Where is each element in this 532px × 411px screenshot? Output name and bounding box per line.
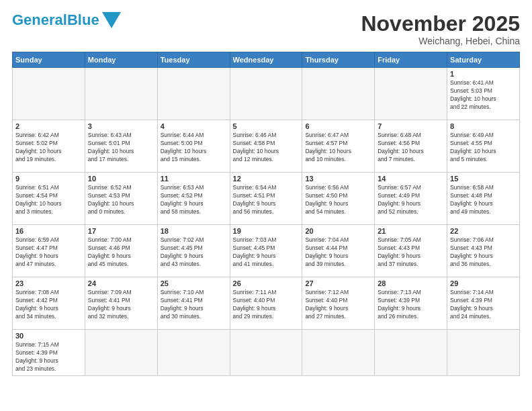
svg-marker-0 (102, 12, 121, 28)
weekday-tuesday: Tuesday (157, 52, 230, 68)
weekday-header-row: SundayMondayTuesdayWednesdayThursdayFrid… (13, 52, 520, 68)
day-cell: 15Sunrise: 6:58 AMSunset: 4:48 PMDayligh… (447, 173, 520, 225)
day-number: 14 (378, 175, 444, 183)
day-info: Sunrise: 7:12 AMSunset: 4:40 PMDaylight:… (305, 289, 371, 321)
location: Weichang, Hebei, China (361, 36, 520, 46)
day-cell (157, 68, 230, 120)
day-info: Sunrise: 6:57 AMSunset: 4:49 PMDaylight:… (378, 184, 444, 216)
day-cell (13, 68, 85, 120)
day-number: 2 (15, 122, 82, 130)
day-cell: 29Sunrise: 7:14 AMSunset: 4:39 PMDayligh… (447, 277, 520, 330)
day-cell (302, 330, 375, 376)
day-info: Sunrise: 6:54 AMSunset: 4:51 PMDaylight:… (233, 184, 300, 216)
weekday-sunday: Sunday (13, 52, 85, 68)
day-number: 16 (15, 227, 82, 235)
day-cell (230, 68, 302, 120)
day-info: Sunrise: 7:06 AMSunset: 4:43 PMDaylight:… (450, 236, 517, 269)
day-info: Sunrise: 6:53 AMSunset: 4:52 PMDaylight:… (161, 184, 227, 216)
day-number: 26 (233, 279, 300, 287)
day-cell: 28Sunrise: 7:13 AMSunset: 4:39 PMDayligh… (375, 277, 447, 330)
day-number: 28 (378, 279, 444, 287)
weekday-saturday: Saturday (447, 52, 520, 68)
day-info: Sunrise: 6:43 AMSunset: 5:01 PMDaylight:… (88, 132, 154, 164)
day-cell: 10Sunrise: 6:52 AMSunset: 4:53 PMDayligh… (85, 173, 157, 225)
day-number: 9 (15, 175, 82, 183)
day-cell: 3Sunrise: 6:43 AMSunset: 5:01 PMDaylight… (85, 120, 157, 173)
day-cell (230, 330, 302, 376)
day-cell: 7Sunrise: 6:48 AMSunset: 4:56 PMDaylight… (375, 120, 447, 173)
month-year: November 2025 (361, 12, 520, 36)
day-number: 18 (161, 227, 227, 235)
day-info: Sunrise: 6:47 AMSunset: 4:57 PMDaylight:… (305, 132, 371, 164)
day-number: 21 (378, 227, 444, 235)
day-info: Sunrise: 6:41 AMSunset: 5:03 PMDaylight:… (450, 79, 517, 111)
day-number: 29 (450, 279, 517, 287)
day-cell: 8Sunrise: 6:49 AMSunset: 4:55 PMDaylight… (447, 120, 520, 173)
day-info: Sunrise: 7:08 AMSunset: 4:42 PMDaylight:… (15, 289, 82, 321)
week-row-6: 30Sunrise: 7:15 AMSunset: 4:39 PMDayligh… (13, 330, 520, 376)
day-number: 27 (305, 279, 371, 287)
day-info: Sunrise: 7:02 AMSunset: 4:45 PMDaylight:… (161, 236, 227, 269)
logo: GeneralBlue (12, 12, 121, 28)
day-cell: 6Sunrise: 6:47 AMSunset: 4:57 PMDaylight… (302, 120, 375, 173)
day-cell: 14Sunrise: 6:57 AMSunset: 4:49 PMDayligh… (375, 173, 447, 225)
day-info: Sunrise: 6:49 AMSunset: 4:55 PMDaylight:… (450, 132, 517, 164)
day-number: 23 (15, 279, 82, 287)
day-number: 1 (450, 70, 517, 78)
day-cell: 27Sunrise: 7:12 AMSunset: 4:40 PMDayligh… (302, 277, 375, 330)
day-cell: 22Sunrise: 7:06 AMSunset: 4:43 PMDayligh… (447, 225, 520, 277)
day-cell: 18Sunrise: 7:02 AMSunset: 4:45 PMDayligh… (157, 225, 230, 277)
day-number: 3 (88, 122, 154, 130)
day-info: Sunrise: 6:59 AMSunset: 4:47 PMDaylight:… (15, 236, 82, 269)
day-cell: 1Sunrise: 6:41 AMSunset: 5:03 PMDaylight… (447, 68, 520, 120)
day-info: Sunrise: 7:13 AMSunset: 4:39 PMDaylight:… (378, 289, 444, 321)
calendar-table: SundayMondayTuesdayWednesdayThursdayFrid… (12, 52, 520, 376)
weekday-friday: Friday (375, 52, 447, 68)
week-row-3: 9Sunrise: 6:51 AMSunset: 4:54 PMDaylight… (13, 173, 520, 225)
week-row-5: 23Sunrise: 7:08 AMSunset: 4:42 PMDayligh… (13, 277, 520, 330)
day-number: 11 (161, 175, 227, 183)
day-cell: 24Sunrise: 7:09 AMSunset: 4:41 PMDayligh… (85, 277, 157, 330)
day-number: 24 (88, 279, 154, 287)
week-row-4: 16Sunrise: 6:59 AMSunset: 4:47 PMDayligh… (13, 225, 520, 277)
day-info: Sunrise: 7:09 AMSunset: 4:41 PMDaylight:… (88, 289, 154, 321)
logo-icon (102, 12, 121, 28)
day-cell: 11Sunrise: 6:53 AMSunset: 4:52 PMDayligh… (157, 173, 230, 225)
day-info: Sunrise: 7:04 AMSunset: 4:44 PMDaylight:… (305, 236, 371, 269)
day-number: 20 (305, 227, 371, 235)
day-info: Sunrise: 7:03 AMSunset: 4:45 PMDaylight:… (233, 236, 300, 269)
header: GeneralBlue November 2025 Weichang, Hebe… (12, 12, 520, 46)
day-info: Sunrise: 7:05 AMSunset: 4:43 PMDaylight:… (378, 236, 444, 269)
day-cell (375, 68, 447, 120)
day-cell: 16Sunrise: 6:59 AMSunset: 4:47 PMDayligh… (13, 225, 85, 277)
day-cell: 23Sunrise: 7:08 AMSunset: 4:42 PMDayligh… (13, 277, 85, 330)
day-cell: 30Sunrise: 7:15 AMSunset: 4:39 PMDayligh… (13, 330, 85, 376)
day-number: 8 (450, 122, 517, 130)
day-info: Sunrise: 6:56 AMSunset: 4:50 PMDaylight:… (305, 184, 371, 216)
day-number: 10 (88, 175, 154, 183)
day-info: Sunrise: 6:58 AMSunset: 4:48 PMDaylight:… (450, 184, 517, 216)
day-number: 17 (88, 227, 154, 235)
day-number: 12 (233, 175, 300, 183)
day-number: 13 (305, 175, 371, 183)
day-info: Sunrise: 6:42 AMSunset: 5:02 PMDaylight:… (15, 132, 82, 164)
title-block: November 2025 Weichang, Hebei, China (361, 12, 520, 46)
day-cell: 2Sunrise: 6:42 AMSunset: 5:02 PMDaylight… (13, 120, 85, 173)
day-cell: 21Sunrise: 7:05 AMSunset: 4:43 PMDayligh… (375, 225, 447, 277)
day-info: Sunrise: 6:52 AMSunset: 4:53 PMDaylight:… (88, 184, 154, 216)
day-cell: 26Sunrise: 7:11 AMSunset: 4:40 PMDayligh… (230, 277, 302, 330)
day-number: 22 (450, 227, 517, 235)
day-info: Sunrise: 7:00 AMSunset: 4:46 PMDaylight:… (88, 236, 154, 269)
day-info: Sunrise: 6:46 AMSunset: 4:58 PMDaylight:… (233, 132, 300, 164)
day-number: 7 (378, 122, 444, 130)
day-cell: 12Sunrise: 6:54 AMSunset: 4:51 PMDayligh… (230, 173, 302, 225)
day-cell (85, 330, 157, 376)
day-info: Sunrise: 7:15 AMSunset: 4:39 PMDaylight:… (15, 341, 82, 373)
weekday-thursday: Thursday (302, 52, 375, 68)
day-number: 30 (15, 332, 82, 340)
day-info: Sunrise: 7:14 AMSunset: 4:39 PMDaylight:… (450, 289, 517, 321)
day-cell (157, 330, 230, 376)
day-cell (85, 68, 157, 120)
day-cell: 4Sunrise: 6:44 AMSunset: 5:00 PMDaylight… (157, 120, 230, 173)
week-row-1: 1Sunrise: 6:41 AMSunset: 5:03 PMDaylight… (13, 68, 520, 120)
